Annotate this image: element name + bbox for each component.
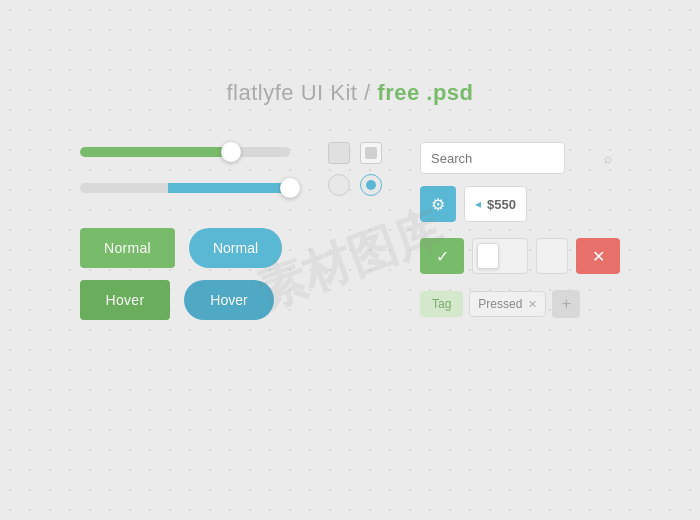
checkbox-grid <box>328 142 382 196</box>
blue-normal-button[interactable]: Normal <box>189 228 282 268</box>
tag-pressed-item[interactable]: Pressed ✕ <box>469 291 546 317</box>
search-icon: ⌕ <box>604 151 612 166</box>
check-icon: ✓ <box>436 247 449 266</box>
price-value: $550 <box>487 197 516 212</box>
buttons-normal-row: Normal Normal <box>80 228 290 268</box>
slider-1-thumb[interactable] <box>221 142 241 162</box>
tag-add-button[interactable]: + <box>552 290 580 318</box>
slider-2-thumb[interactable] <box>280 178 300 198</box>
blue-hover-button[interactable]: Hover <box>184 280 274 320</box>
slider-1-container[interactable] <box>80 142 290 162</box>
toggle-switch[interactable] <box>472 238 528 274</box>
close-icon: ✕ <box>592 247 605 266</box>
slider-2-container[interactable] <box>80 178 290 198</box>
buttons-section: Normal Normal Hover Hover <box>80 228 290 320</box>
pressed-label: Pressed <box>478 297 522 311</box>
slider-2-track <box>80 183 290 193</box>
green-normal-button[interactable]: Normal <box>80 228 175 268</box>
radio-1[interactable] <box>328 174 350 196</box>
toggle-empty[interactable] <box>536 238 568 274</box>
buttons-hover-row: Hover Hover <box>80 280 290 320</box>
gear-price-row: ⚙ ◂ $550 <box>420 186 620 222</box>
title-separator: / <box>357 80 377 105</box>
radio-2-inner <box>366 180 376 190</box>
middle-panel <box>320 142 390 292</box>
main-container: flatlyfe UI Kit / free .psd <box>0 0 700 520</box>
toggle-switch-thumb <box>477 243 499 269</box>
checkbox-2[interactable] <box>360 142 382 164</box>
search-input[interactable] <box>420 142 565 174</box>
pressed-close-icon[interactable]: ✕ <box>528 298 537 311</box>
gear-icon: ⚙ <box>431 195 445 214</box>
left-panel: Normal Normal Hover Hover <box>80 142 290 320</box>
gear-button[interactable]: ⚙ <box>420 186 456 222</box>
checkbox-1[interactable] <box>328 142 350 164</box>
search-wrapper: ⌕ <box>420 142 620 174</box>
toggles-row: ✓ ✕ <box>420 238 620 274</box>
checkbox-2-inner <box>365 147 377 159</box>
radio-2[interactable] <box>360 174 382 196</box>
main-content-row: Normal Normal Hover Hover <box>80 142 620 320</box>
right-panel: ⌕ ⚙ ◂ $550 ✓ <box>420 142 620 318</box>
toggle-check-button[interactable]: ✓ <box>420 238 464 274</box>
sliders-section <box>80 142 290 198</box>
tag-item[interactable]: Tag <box>420 291 463 317</box>
page-title: flatlyfe UI Kit / free .psd <box>226 80 473 106</box>
slider-1-track <box>80 147 290 157</box>
title-part2: free .psd <box>377 80 473 105</box>
green-hover-button[interactable]: Hover <box>80 280 170 320</box>
tags-row: Tag Pressed ✕ + <box>420 290 620 318</box>
title-part1: flatlyfe UI Kit <box>226 80 357 105</box>
price-arrow-icon: ◂ <box>475 197 481 211</box>
price-tag[interactable]: ◂ $550 <box>464 186 527 222</box>
toggle-close-button[interactable]: ✕ <box>576 238 620 274</box>
